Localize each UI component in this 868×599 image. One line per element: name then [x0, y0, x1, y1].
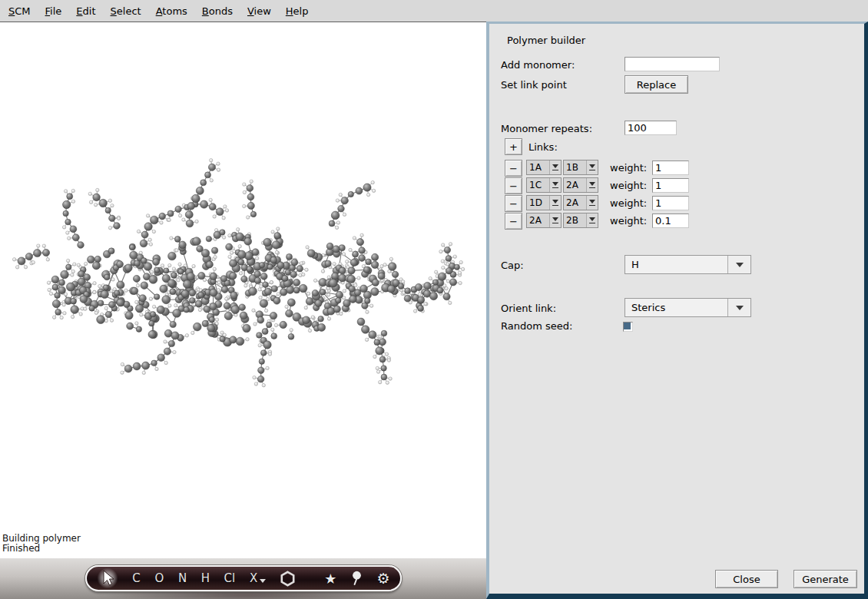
cursor-tool-icon[interactable] — [97, 568, 118, 589]
add-link-button[interactable]: + — [505, 138, 522, 155]
chevron-down-icon — [727, 256, 750, 273]
link-row-3: − 1D 2A weight: — [489, 195, 864, 212]
weight-label: weight: — [610, 162, 647, 174]
random-seed-checkbox[interactable] — [623, 322, 633, 332]
element-o-button[interactable]: O — [155, 571, 164, 585]
link-row-2: − 1C 2A weight: — [489, 177, 864, 194]
element-h-button[interactable]: H — [201, 571, 210, 585]
random-seed-label: Random seed: — [501, 320, 572, 332]
link-from-value: 1A — [527, 162, 549, 173]
chevron-down-icon — [549, 213, 561, 227]
replace-button[interactable]: Replace — [624, 75, 688, 94]
orient-link-label: Orient link: — [501, 303, 556, 314]
weight-input[interactable] — [652, 196, 689, 210]
gear-icon[interactable]: ⚙ — [376, 570, 389, 587]
app-window: { "menu": { "items": [ {"m":"S","rest":"… — [0, 0, 868, 599]
orient-link-dropdown[interactable]: Sterics — [624, 298, 751, 317]
add-monomer-input[interactable] — [624, 57, 720, 71]
chevron-down-icon — [727, 299, 750, 316]
weight-input[interactable] — [652, 178, 689, 193]
remove-link-button[interactable]: − — [505, 160, 522, 177]
polymer-builder-panel: Polymer builder Add monomer: Set link po… — [486, 22, 868, 599]
weight-label: weight: — [610, 180, 647, 191]
weight-label: weight: — [610, 215, 647, 227]
polymer-molecule-render — [0, 22, 486, 558]
link-to-dropdown[interactable]: 2A — [563, 177, 598, 193]
link-to-dropdown[interactable]: 2A — [563, 195, 598, 210]
chevron-down-icon — [586, 161, 598, 174]
chevron-down-icon — [260, 579, 266, 583]
link-to-value: 1B — [564, 162, 586, 173]
element-n-button[interactable]: N — [178, 571, 187, 585]
add-monomer-label: Add monomer: — [501, 59, 575, 71]
menu-bonds[interactable]: Bonds — [200, 4, 235, 18]
set-link-point-label: Set link point — [501, 79, 567, 91]
star-icon[interactable]: ★ — [324, 571, 336, 587]
weight-label: weight: — [610, 197, 647, 209]
generate-button[interactable]: Generate — [793, 570, 857, 588]
remove-link-button[interactable]: − — [505, 213, 522, 230]
link-from-dropdown[interactable]: 1A — [526, 160, 562, 175]
toolbar-band: C O N H Cl X ★ ⚙ — [0, 558, 486, 599]
link-to-value: 2A — [564, 197, 586, 208]
balloon-icon[interactable] — [350, 571, 363, 586]
weight-input[interactable] — [652, 213, 689, 228]
chevron-down-icon — [586, 196, 598, 210]
weight-input[interactable] — [652, 161, 689, 175]
menu-bar: SCM File Edit Select Atoms Bonds View He… — [0, 0, 868, 22]
link-row-4: − 2A 2B weight: — [489, 213, 864, 230]
link-to-dropdown[interactable]: 2B — [563, 213, 598, 228]
menu-atoms[interactable]: Atoms — [154, 4, 190, 18]
panel-title: Polymer builder — [507, 35, 585, 46]
link-to-dropdown[interactable]: 1B — [563, 160, 598, 175]
element-cl-button[interactable]: Cl — [224, 571, 236, 585]
monomer-repeats-input[interactable] — [624, 121, 677, 135]
molecule-viewport[interactable]: Building polymer Finished — [0, 22, 486, 558]
link-from-dropdown[interactable]: 1D — [526, 195, 562, 210]
cap-value: H — [625, 259, 727, 270]
remove-link-button[interactable]: − — [505, 177, 522, 194]
status-line-2: Finished — [2, 544, 81, 554]
close-button[interactable]: Close — [715, 570, 778, 588]
menu-view[interactable]: View — [245, 4, 273, 18]
element-c-button[interactable]: C — [132, 571, 141, 585]
element-toolbar: C O N H Cl X ★ ⚙ — [85, 565, 402, 591]
chevron-down-icon — [586, 178, 598, 192]
links-label: Links: — [528, 141, 558, 153]
link-from-value: 1D — [527, 197, 549, 208]
cap-label: Cap: — [501, 260, 524, 271]
chevron-down-icon — [549, 161, 561, 174]
chevron-down-icon — [586, 213, 598, 227]
menu-scm[interactable]: SCM — [6, 4, 33, 18]
menu-file[interactable]: File — [43, 4, 65, 18]
menu-edit[interactable]: Edit — [74, 4, 98, 18]
link-from-value: 2A — [527, 215, 549, 226]
remove-link-button[interactable]: − — [505, 195, 522, 212]
link-from-dropdown[interactable]: 2A — [526, 213, 562, 228]
ring-tool-icon[interactable] — [280, 571, 296, 587]
status-text: Building polymer Finished — [2, 534, 81, 554]
chevron-down-icon — [549, 196, 561, 210]
link-from-dropdown[interactable]: 1C — [526, 177, 562, 193]
menu-help[interactable]: Help — [283, 4, 311, 18]
menu-select[interactable]: Select — [108, 4, 144, 18]
monomer-repeats-label: Monomer repeats: — [501, 123, 592, 134]
link-from-value: 1C — [527, 180, 549, 190]
orient-link-value: Sterics — [625, 302, 727, 313]
link-to-value: 2A — [564, 180, 586, 190]
link-row-1: − 1A 1B weight: — [489, 160, 864, 177]
cap-dropdown[interactable]: H — [624, 255, 751, 274]
link-to-value: 2B — [564, 215, 586, 226]
element-x-dropdown-button[interactable]: X — [249, 571, 266, 585]
element-x-label: X — [249, 571, 258, 585]
chevron-down-icon — [549, 178, 561, 192]
